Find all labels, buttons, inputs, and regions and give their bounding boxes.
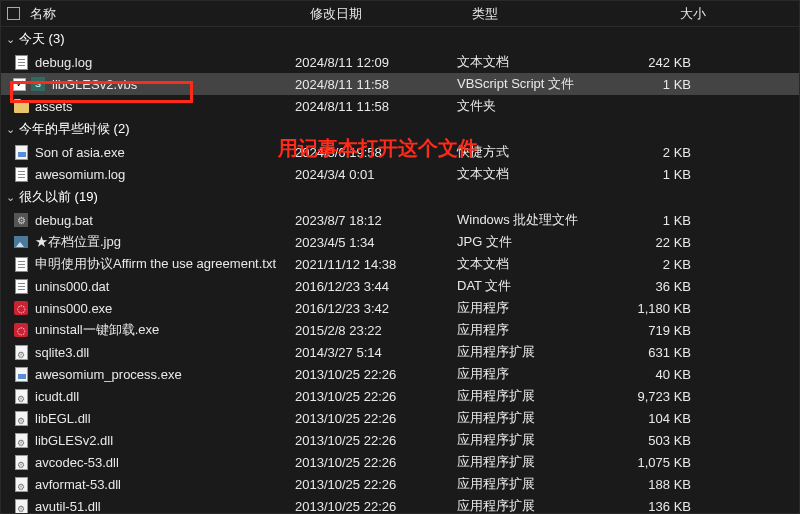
file-size: 1 KB [605,167,701,182]
file-row[interactable]: awesomium_process.exe2013/10/25 22:26应用程… [1,363,799,385]
file-type: 应用程序 [457,321,605,339]
folder-icon [13,98,29,114]
file-row[interactable]: assets2024/8/11 11:58文件夹 [1,95,799,117]
file-row[interactable]: icudt.dll2013/10/25 22:26应用程序扩展9,723 KB [1,385,799,407]
file-row[interactable]: 申明使用协议Affirm the use agreement.txt2021/1… [1,253,799,275]
file-name: avcodec-53.dll [35,455,295,470]
column-header-date[interactable]: 修改日期 [310,5,472,23]
dll-icon [13,432,29,448]
chevron-down-icon: ⌄ [3,33,17,46]
file-date: 2015/2/8 23:22 [295,323,457,338]
file-date: 2024/3/4 0:01 [295,167,457,182]
file-size: 719 KB [605,323,701,338]
file-name: unins000.dat [35,279,295,294]
file-name: libGLESv2.vbs [52,77,295,92]
file-row[interactable]: Son of asia.exe2024/3/6 19:58快捷方式2 KB [1,141,799,163]
file-name: debug.bat [35,213,295,228]
group-header[interactable]: ⌄今天 (3) [1,27,799,51]
file-row[interactable]: libEGL.dll2013/10/25 22:26应用程序扩展104 KB [1,407,799,429]
group-header[interactable]: ⌄今年的早些时候 (2) [1,117,799,141]
file-date: 2024/3/6 19:58 [295,145,457,160]
file-size: 188 KB [605,477,701,492]
group-label: 很久以前 (19) [17,188,98,206]
file-type: 应用程序 [457,365,605,383]
group-label: 今天 (3) [17,30,65,48]
exe-blank-icon [13,366,29,382]
file-size: 1,075 KB [605,455,701,470]
uexe-icon: ◌ [13,322,29,338]
file-date: 2021/11/12 14:38 [295,257,457,272]
file-type: 快捷方式 [457,143,605,161]
file-list: ⌄今天 (3)debug.log2024/8/11 12:09文本文档242 K… [1,27,799,514]
uexe-icon: ◌ [13,300,29,316]
file-type: JPG 文件 [457,233,605,251]
file-row[interactable]: debug.bat2023/8/7 18:12Windows 批处理文件1 KB [1,209,799,231]
file-size: 9,723 KB [605,389,701,404]
column-header-size[interactable]: 大小 [620,5,716,23]
file-size: 36 KB [605,279,701,294]
file-type: 文件夹 [457,97,605,115]
text-icon [13,256,29,272]
file-date: 2024/8/11 12:09 [295,55,457,70]
file-name: debug.log [35,55,295,70]
file-type: 应用程序扩展 [457,387,605,405]
file-size: 242 KB [605,55,701,70]
file-date: 2014/3/27 5:14 [295,345,457,360]
file-date: 2023/8/7 18:12 [295,213,457,228]
file-type: 应用程序扩展 [457,431,605,449]
chevron-down-icon: ⌄ [3,191,17,204]
file-row[interactable]: sqlite3.dll2014/3/27 5:14应用程序扩展631 KB [1,341,799,363]
file-type: 应用程序扩展 [457,453,605,471]
file-row[interactable]: avformat-53.dll2013/10/25 22:26应用程序扩展188… [1,473,799,495]
column-header-name[interactable]: 名称 [28,5,310,23]
file-date: 2016/12/23 3:42 [295,301,457,316]
file-type: 文本文档 [457,53,605,71]
file-row[interactable]: ★存档位置.jpg2023/4/5 1:34JPG 文件22 KB [1,231,799,253]
chevron-down-icon: ⌄ [3,123,17,136]
file-name: libEGL.dll [35,411,295,426]
file-type: 应用程序扩展 [457,343,605,361]
group-header[interactable]: ⌄很久以前 (19) [1,185,799,209]
file-name: icudt.dll [35,389,295,404]
file-type: 应用程序扩展 [457,475,605,493]
file-name: ★存档位置.jpg [35,233,295,251]
file-row[interactable]: ◌unins000.exe2016/12/23 3:42应用程序1,180 KB [1,297,799,319]
file-row[interactable]: debug.log2024/8/11 12:09文本文档242 KB [1,51,799,73]
file-type: DAT 文件 [457,277,605,295]
text-icon [13,166,29,182]
file-date: 2013/10/25 22:26 [295,477,457,492]
dll-icon [13,498,29,514]
exe-blank-icon [13,144,29,160]
file-name: awesomium.log [35,167,295,182]
file-row[interactable]: awesomium.log2024/3/4 0:01文本文档1 KB [1,163,799,185]
file-date: 2013/10/25 22:26 [295,499,457,514]
file-size: 40 KB [605,367,701,382]
file-row[interactable]: ◌uninstall一键卸载.exe2015/2/8 23:22应用程序719 … [1,319,799,341]
file-size: 2 KB [605,145,701,160]
file-row[interactable]: libGLESv2.dll2013/10/25 22:26应用程序扩展503 K… [1,429,799,451]
dll-icon [13,454,29,470]
file-size: 2 KB [605,257,701,272]
file-type: 应用程序 [457,299,605,317]
text-icon [13,54,29,70]
file-date: 2013/10/25 22:26 [295,411,457,426]
bat-icon [13,212,29,228]
file-name: awesomium_process.exe [35,367,295,382]
file-type: 文本文档 [457,255,605,273]
select-all-checkbox[interactable] [7,7,20,20]
file-type: VBScript Script 文件 [457,75,605,93]
dll-icon [13,344,29,360]
file-type: Windows 批处理文件 [457,211,605,229]
column-header-type[interactable]: 类型 [472,5,620,23]
file-row[interactable]: unins000.dat2016/12/23 3:44DAT 文件36 KB [1,275,799,297]
row-checkbox[interactable] [13,78,26,91]
file-size: 503 KB [605,433,701,448]
file-row[interactable]: avcodec-53.dll2013/10/25 22:26应用程序扩展1,07… [1,451,799,473]
file-name: assets [35,99,295,114]
file-name: 申明使用协议Affirm the use agreement.txt [35,255,295,273]
file-row[interactable]: avutil-51.dll2013/10/25 22:26应用程序扩展136 K… [1,495,799,514]
file-name: libGLESv2.dll [35,433,295,448]
file-size: 22 KB [605,235,701,250]
file-row[interactable]: SlibGLESv2.vbs2024/8/11 11:58VBScript Sc… [1,73,799,95]
file-date: 2016/12/23 3:44 [295,279,457,294]
